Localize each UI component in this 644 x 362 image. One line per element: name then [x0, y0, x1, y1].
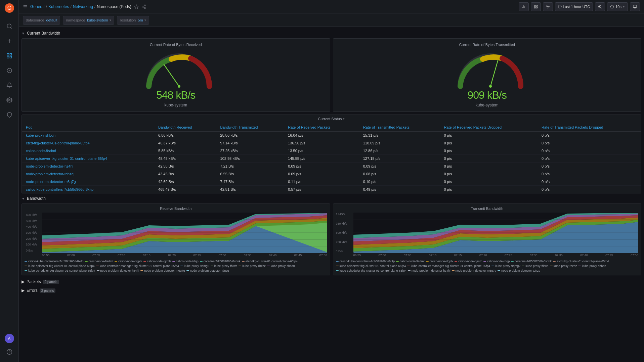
- settings-btn[interactable]: [543, 2, 553, 11]
- transmit-chart-area-wrap: 06:55 07:00 07:05 07:10 07:15 07:20 07:2…: [353, 213, 639, 258]
- chevron-right-icon: ▶: [22, 288, 25, 293]
- svg-marker-14: [134, 5, 138, 8]
- legend-label: coredna-7df5887866-8vdnk: [204, 260, 241, 263]
- sidebar-item-explore[interactable]: [3, 64, 16, 77]
- col-rate-transmitted[interactable]: Rate of Transmitted Packets: [359, 123, 440, 132]
- svg-rect-5: [7, 56, 9, 58]
- col-rate-received[interactable]: Rate of Received Packets: [284, 123, 359, 132]
- pod-link[interactable]: node-problem-detector-m6q7g: [26, 180, 76, 184]
- legend-item: kube-proxy-rhzhz: [550, 264, 577, 268]
- star-icon[interactable]: [134, 4, 139, 9]
- time-range-picker[interactable]: Last 1 hour UTC: [555, 2, 593, 11]
- receive-bandwidth-panel: Receive Bandwidth 600 kb/s 500 kb/s 400 …: [22, 203, 330, 275]
- errors-badge: 2 panels: [40, 288, 56, 293]
- resolution-filter[interactable]: resolution 5m ▾: [117, 16, 149, 25]
- svg-rect-25: [534, 7, 535, 8]
- pod-link[interactable]: kube-apiserver-tkg-cluster-01-control-pl…: [26, 156, 107, 161]
- legend-color: [491, 266, 494, 266]
- legend-label: kube-proxy-rhzhz: [554, 264, 577, 268]
- legend-label: kube-controller-manager-tkg-cluster-01-c…: [411, 264, 490, 268]
- legend-label: etcd-tkg-cluster-01-control-plane-65fp4: [557, 260, 609, 263]
- current-bandwidth-header[interactable]: ▼ Current Bandwidth: [22, 31, 641, 36]
- legend-item: calico-node-qjmtb: [455, 260, 482, 263]
- receive-chart-canvas: [42, 213, 327, 253]
- legend-color: [172, 261, 175, 262]
- app-logo[interactable]: G: [4, 3, 15, 13]
- legend-item: calico-node-trfqp: [172, 260, 199, 263]
- legend-color: [336, 261, 339, 262]
- col-bw-received[interactable]: Bandwidth Received: [154, 123, 216, 132]
- legend-label: calico-node-dgplx: [430, 260, 454, 263]
- legend-color: [455, 261, 457, 262]
- packets-header[interactable]: ▶ Packets 2 panels: [22, 278, 641, 285]
- sidebar-item-dashboards[interactable]: [3, 49, 16, 62]
- table-row: node-problem-detector-m6q7g42.69 B/s7.47…: [22, 178, 641, 186]
- legend-color: [336, 270, 339, 271]
- col-dropped-transmitted[interactable]: Rate of Transmitted Packets Dropped: [538, 123, 641, 132]
- legend-item: node-problem-detector-tdnzq: [498, 269, 540, 272]
- dashboard-icon-btn[interactable]: [531, 2, 541, 11]
- svg-point-35: [178, 85, 180, 88]
- svg-point-2: [7, 24, 11, 28]
- legend-label: kube-proxy-rhzhz: [242, 264, 266, 268]
- table-row: etcd-tkg-cluster-01-control-plane-65fp44…: [22, 139, 641, 147]
- legend-label: calico-node-9sdmf: [400, 260, 425, 263]
- pod-link[interactable]: calico-node-9sdmf: [26, 149, 56, 153]
- zoom-out-btn[interactable]: [595, 2, 605, 11]
- legend-label: node-problem-detector-m6q7g: [456, 269, 497, 272]
- pod-link[interactable]: etcd-tkg-cluster-01-control-plane-65fp4: [26, 141, 90, 145]
- legend-color: [239, 266, 241, 266]
- sidebar-item-alerts[interactable]: [3, 79, 16, 92]
- filterbar: datasource default namespace kube-system…: [19, 13, 644, 27]
- breadcrumb-general[interactable]: General: [30, 4, 45, 9]
- legend-color: [553, 261, 556, 262]
- errors-header[interactable]: ▶ Errors 2 panels: [22, 287, 641, 294]
- chevron-right-icon: ▶: [22, 279, 25, 284]
- namespace-filter[interactable]: namespace kube-system ▾: [63, 16, 114, 25]
- legend-color: [511, 261, 514, 262]
- svg-point-27: [547, 6, 548, 7]
- legend-label: kube-scheduler-tkg-cluster-01-control-pl…: [340, 269, 407, 272]
- bandwidth-title: Bandwidth: [27, 196, 46, 201]
- breadcrumb-networking[interactable]: Networking: [73, 4, 93, 9]
- sidebar-item-add[interactable]: [3, 34, 16, 48]
- legend-color: [25, 261, 27, 262]
- datasource-filter[interactable]: datasource default: [23, 16, 60, 25]
- sidebar-item-search[interactable]: [3, 19, 16, 33]
- bandwidth-header[interactable]: ▼ Bandwidth: [22, 196, 641, 201]
- receive-bandwidth-title: Receive Bandwidth: [25, 207, 327, 211]
- share-icon[interactable]: [141, 4, 146, 9]
- svg-point-15: [144, 5, 146, 6]
- legend-item: etcd-tkg-cluster-01-control-plane-65fp4: [242, 260, 298, 263]
- transmit-chart-svg: [353, 213, 639, 253]
- legend-item: kube-proxy-9qmg2: [491, 264, 520, 268]
- user-avatar[interactable]: A: [5, 334, 14, 343]
- chart-type-btn[interactable]: [519, 2, 529, 11]
- svg-rect-3: [7, 53, 9, 55]
- sidebar-item-shield[interactable]: [3, 108, 16, 122]
- current-status-title: Current Status: [318, 117, 342, 121]
- legend-label: kube-proxy-ffkwb: [214, 264, 237, 268]
- refresh-interval-btn[interactable]: 10s ▾: [607, 2, 628, 11]
- gauge-transmitted-svg: [454, 49, 527, 90]
- svg-rect-26: [536, 7, 538, 8]
- sidebar-item-help[interactable]: [3, 345, 16, 359]
- legend-item: node-problem-detector-m6q7g: [140, 269, 185, 272]
- svg-point-17: [144, 7, 146, 9]
- legend-label: kube-proxy-shbdn: [582, 264, 606, 268]
- sidebar-item-settings[interactable]: [3, 93, 16, 107]
- pod-link[interactable]: node-problem-detector-tdnzq: [26, 172, 74, 176]
- breadcrumb-kubernetes[interactable]: Kubernetes: [48, 4, 69, 9]
- errors-title: Errors: [27, 288, 38, 293]
- pod-link[interactable]: node-problem-detector-hz4hl: [26, 164, 73, 168]
- legend-item: kube-proxy-ffkwb: [522, 264, 548, 268]
- sidebar: G A: [0, 0, 19, 362]
- col-dropped-received[interactable]: Rate of Received Packets Dropped: [440, 123, 538, 132]
- col-pod[interactable]: Pod: [22, 123, 154, 132]
- col-bw-transmitted[interactable]: Bandwidth Transmitted: [216, 123, 284, 132]
- gauge-received-panel: Current Rate of Bytes Received: [22, 38, 330, 112]
- pod-link[interactable]: calico-kube-controllers-7cb58d966d-8xitp: [26, 187, 93, 191]
- pod-link[interactable]: kube-proxy-shbdn: [26, 133, 55, 137]
- tv-mode-btn[interactable]: [630, 2, 640, 11]
- gauge-row: Current Rate of Bytes Received: [22, 38, 641, 112]
